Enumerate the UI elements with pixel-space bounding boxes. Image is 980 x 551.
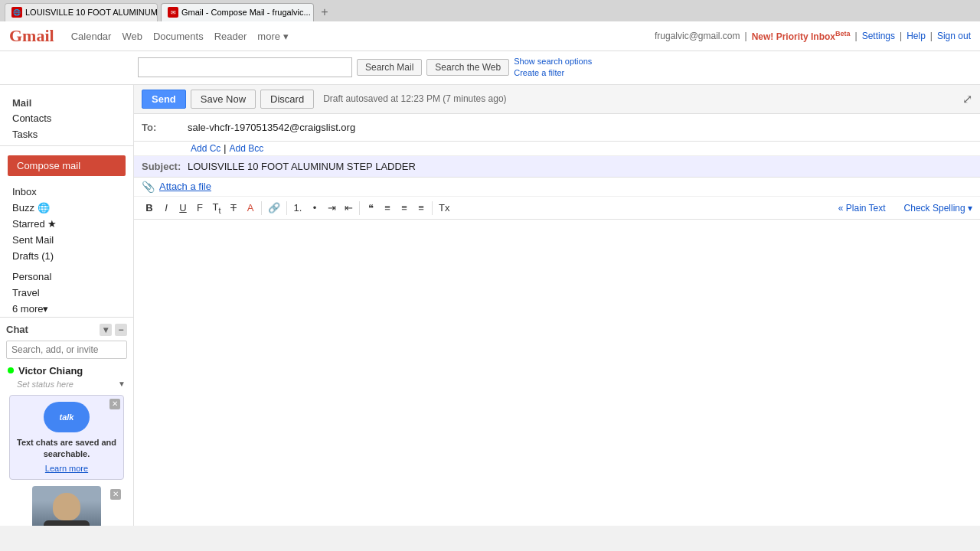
- format-italic-button[interactable]: I: [158, 201, 174, 215]
- chat-header-icons: ▾ −: [100, 324, 127, 336]
- to-input[interactable]: [188, 122, 972, 133]
- new-tab-button[interactable]: +: [317, 5, 332, 20]
- format-separator-3: [359, 201, 360, 215]
- add-cc-link[interactable]: Add Cc: [191, 143, 220, 154]
- compose-button[interactable]: Compose mail: [8, 155, 126, 176]
- chat-user-status: Set status here: [17, 380, 74, 389]
- settings-link[interactable]: Settings: [862, 31, 895, 41]
- sidebar: Mail Contacts Tasks Compose mail Inbox B…: [0, 85, 134, 526]
- user-email: frugalvic@gmail.com: [655, 31, 740, 41]
- format-quote-button[interactable]: ❝: [363, 201, 378, 215]
- search-mail-button[interactable]: Search Mail: [357, 59, 422, 76]
- add-bcc-link[interactable]: Add Bcc: [229, 143, 263, 154]
- sidebar-item-travel[interactable]: Travel: [0, 285, 133, 301]
- priority-inbox-link[interactable]: New! Priority InboxBeta: [752, 30, 851, 42]
- sidebar-item-more[interactable]: 6 more▾: [0, 301, 133, 317]
- video-widget-close[interactable]: ✕: [110, 489, 121, 500]
- format-underline-button[interactable]: U: [175, 201, 191, 215]
- format-color-button[interactable]: A: [243, 201, 258, 215]
- sign-out-link[interactable]: Sign out: [937, 31, 971, 41]
- sidebar-item-contacts[interactable]: Contacts: [0, 110, 133, 126]
- format-font-button[interactable]: F: [192, 201, 207, 215]
- sidebar-mail-label: Mail: [0, 94, 133, 110]
- expand-compose-icon[interactable]: ⤢: [962, 92, 972, 106]
- chat-options-icon[interactable]: ▾: [100, 324, 112, 336]
- search-bar: Search Mail Search the Web Show search o…: [0, 51, 980, 85]
- nav-separator-2: |: [855, 31, 858, 41]
- format-toolbar: B I U F Tt T A 🔗 1. • ⇥ ⇤ ❝ ≡ ≡ ≡ T: [134, 197, 980, 220]
- subject-label: Subject:: [142, 161, 188, 172]
- format-separator-1: [261, 201, 262, 215]
- chat-search-input[interactable]: [6, 341, 127, 359]
- chat-user-status-row: Set status here ▼: [6, 380, 127, 389]
- format-remove-button[interactable]: Tx: [436, 201, 452, 215]
- tab-2-favicon: ✉: [168, 7, 178, 18]
- learn-more-link[interactable]: Learn more: [16, 464, 117, 473]
- nav-more[interactable]: more ▾: [257, 31, 288, 42]
- tab-2-label: Gmail - Compose Mail - frugalvic...: [181, 8, 311, 17]
- chat-user-status-arrow: ▼: [118, 380, 126, 388]
- nav-documents[interactable]: Documents: [153, 31, 204, 42]
- tab-2[interactable]: ✉ Gmail - Compose Mail - frugalvic... ✕: [161, 3, 314, 21]
- check-spelling-link[interactable]: Check Spelling ▾: [904, 203, 972, 214]
- draft-status: Draft autosaved at 12:23 PM (7 minutes a…: [323, 93, 506, 104]
- search-input[interactable]: [138, 57, 352, 77]
- search-web-button[interactable]: Search the Web: [426, 59, 509, 76]
- compose-body[interactable]: [134, 220, 980, 449]
- sidebar-item-starred[interactable]: Starred ★: [0, 216, 133, 232]
- talk-widget-close[interactable]: ✕: [109, 399, 120, 409]
- format-size-button[interactable]: Tt: [209, 200, 224, 217]
- sidebar-mail-section: Mail Contacts Tasks: [0, 91, 133, 145]
- format-link-button[interactable]: 🔗: [265, 201, 283, 215]
- talk-text: Text chats are saved and searchable.: [16, 437, 117, 461]
- format-align-right-button[interactable]: ≡: [413, 201, 429, 215]
- format-align-center-button[interactable]: ≡: [397, 201, 412, 215]
- chat-minimize-icon[interactable]: −: [115, 324, 127, 336]
- chat-section: Chat ▾ − Victor Chiang Set status here ▼…: [0, 317, 133, 526]
- save-now-button[interactable]: Save Now: [191, 90, 256, 109]
- format-strikethrough-button[interactable]: T: [226, 201, 241, 215]
- plain-text-link[interactable]: « Plain Text: [838, 203, 886, 214]
- format-outdent-button[interactable]: ⇤: [341, 201, 356, 215]
- sidebar-item-drafts[interactable]: Drafts (1): [0, 248, 133, 264]
- tab-1[interactable]: 🌐 LOUISVILLE 10 FOOT ALUMINUM STEP ... ✕: [5, 3, 158, 21]
- sidebar-item-inbox[interactable]: Inbox: [0, 184, 133, 200]
- gmail-nav-left: Gmail Calendar Web Documents Reader more…: [9, 26, 289, 46]
- show-search-options-link[interactable]: Show search options: [514, 56, 592, 67]
- subject-input[interactable]: [188, 161, 972, 172]
- sidebar-item-tasks[interactable]: Tasks: [0, 126, 133, 142]
- compose-area: Send Save Now Discard Draft autosaved at…: [134, 85, 980, 526]
- attach-file-link[interactable]: Attach a file: [159, 181, 211, 192]
- sidebar-item-sent[interactable]: Sent Mail: [0, 232, 133, 248]
- format-indent-button[interactable]: ⇥: [324, 201, 339, 215]
- attach-row: 📎 Attach a file: [134, 178, 980, 197]
- sidebar-item-buzz[interactable]: Buzz 🌐: [0, 200, 133, 216]
- compose-toolbar: Send Save Now Discard Draft autosaved at…: [134, 85, 980, 114]
- format-separator-4: [432, 201, 433, 215]
- subject-field: Subject:: [134, 156, 980, 178]
- video-face: [32, 486, 101, 526]
- help-link[interactable]: Help: [906, 31, 926, 41]
- nav-calendar[interactable]: Calendar: [71, 31, 112, 42]
- format-ol-button[interactable]: 1.: [290, 201, 305, 215]
- chat-header: Chat ▾ −: [6, 322, 127, 337]
- sidebar-compose-section: Compose mail Inbox Buzz 🌐 Starred ★ Sent…: [0, 145, 133, 317]
- format-align-left-button[interactable]: ≡: [380, 201, 395, 215]
- send-button[interactable]: Send: [142, 90, 186, 109]
- create-filter-link[interactable]: Create a filter: [514, 67, 592, 79]
- chat-user-victor[interactable]: Victor Chiang: [6, 362, 127, 380]
- gmail-brand: Gmail: [9, 26, 54, 46]
- tab-bar: 🌐 LOUISVILLE 10 FOOT ALUMINUM STEP ... ✕…: [0, 0, 980, 21]
- format-bold-button[interactable]: B: [142, 201, 157, 215]
- nav-separator-3: |: [900, 31, 902, 41]
- nav-web[interactable]: Web: [122, 31, 142, 42]
- gmail-nav-right: frugalvic@gmail.com | New! Priority Inbo…: [655, 30, 971, 42]
- video-thumbnail[interactable]: [32, 486, 101, 526]
- sidebar-item-personal[interactable]: Personal: [0, 269, 133, 285]
- video-face-head: [53, 493, 80, 520]
- tab-1-favicon: 🌐: [11, 7, 22, 18]
- nav-reader[interactable]: Reader: [214, 31, 247, 42]
- talk-logo: talk: [44, 402, 90, 432]
- discard-button[interactable]: Discard: [260, 90, 314, 109]
- format-ul-button[interactable]: •: [307, 201, 322, 215]
